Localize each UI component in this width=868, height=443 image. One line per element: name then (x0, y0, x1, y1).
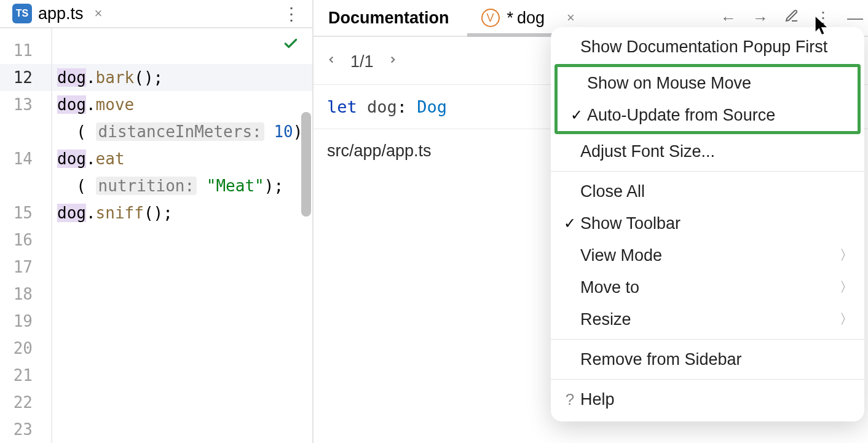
line-number: 21 (0, 362, 51, 389)
options-menu: Show Documentation Popup First Show on M… (551, 27, 864, 421)
code-text (197, 177, 207, 195)
nav-counter: 1/1 (350, 52, 374, 71)
back-icon[interactable]: ← (720, 9, 736, 28)
editor-tab-app-ts[interactable]: TS app.ts × (5, 0, 114, 27)
identifier: dog (367, 97, 397, 116)
menu-label: Resize (580, 310, 840, 329)
menu-auto-update-from-source[interactable]: ✓ Auto-Update from Source (558, 99, 858, 131)
editor-tab-filename: app.ts (38, 4, 84, 23)
menu-label: Close All (580, 182, 853, 201)
menu-label: Help (580, 390, 853, 409)
inlay-hint: distanceInMeters: (96, 122, 264, 141)
line-number: 20 (0, 335, 51, 362)
line-number: 17 (0, 253, 51, 281)
menu-move-to[interactable]: Move to 〉 (551, 271, 864, 303)
identifier: dog (57, 204, 86, 222)
chevron-right-icon[interactable] (387, 52, 398, 72)
type-name[interactable]: Dog (417, 97, 447, 116)
no-problems-icon[interactable] (283, 36, 299, 55)
line-number: 19 (0, 308, 51, 335)
highlighted-menu-group: Show on Mouse Move ✓ Auto-Update from So… (554, 64, 861, 134)
chevron-right-icon: 〉 (840, 278, 853, 297)
line-number: 12 (0, 64, 51, 91)
code-text: (); (134, 68, 163, 87)
menu-view-mode[interactable]: View Mode 〉 (551, 239, 864, 271)
menu-separator (551, 171, 864, 172)
string-literal: "Meat" (207, 177, 264, 195)
forward-icon[interactable]: → (752, 9, 768, 28)
tab-label: dog (517, 9, 545, 28)
menu-label: Show on Mouse Move (587, 74, 846, 93)
menu-label: Adjust Font Size... (580, 142, 853, 161)
menu-resize[interactable]: Resize 〉 (551, 303, 864, 335)
method-call: sniff (96, 204, 144, 222)
menu-separator (551, 339, 864, 340)
inlay-hint: nutrition: (96, 177, 197, 195)
menu-remove-from-sidebar[interactable]: Remove from Sidebar (551, 343, 864, 375)
line-number: 16 (0, 226, 51, 253)
code-line[interactable]: dog.move (52, 91, 312, 118)
menu-label: Remove from Sidebar (580, 350, 853, 369)
line-number: 22 (0, 389, 51, 416)
code-text: : (397, 97, 417, 116)
tab-documentation[interactable]: Documentation (314, 0, 464, 36)
check-icon: ✓ (559, 215, 580, 232)
edit-icon[interactable] (784, 9, 799, 28)
menu-label: Show Toolbar (580, 214, 853, 233)
close-icon[interactable]: × (90, 6, 108, 22)
identifier: dog (57, 150, 86, 168)
editor-body[interactable]: 11 12 13 14 15 16 17 18 19 20 21 22 23 (0, 28, 312, 443)
tab-dog-file[interactable]: V * dog (467, 0, 560, 36)
mouse-cursor-icon (814, 16, 830, 40)
line-number: 23 (0, 416, 51, 443)
identifier: dog (57, 68, 86, 87)
menu-show-on-mouse-move[interactable]: Show on Mouse Move (558, 67, 858, 99)
code-text: ( (76, 122, 95, 141)
line-number: 18 (0, 281, 51, 308)
code-text: ); (264, 177, 283, 195)
code-text (264, 122, 274, 141)
close-icon[interactable]: × (562, 10, 575, 26)
editor-tab-bar: TS app.ts × ⋮ (0, 0, 312, 28)
code-line[interactable]: dog.bark(); (52, 64, 312, 91)
method-call: eat (96, 150, 125, 168)
line-number: 14 (0, 145, 51, 172)
menu-label: Show Documentation Popup First (580, 38, 853, 57)
chevron-left-icon[interactable] (326, 52, 337, 72)
check-icon: ✓ (566, 106, 587, 124)
minimize-icon[interactable]: — (847, 9, 863, 28)
menu-separator (551, 379, 864, 380)
line-number: 15 (0, 199, 51, 226)
code-text: ( (76, 177, 95, 195)
code-line[interactable]: ( nutrition: "Meat"); (52, 172, 312, 199)
more-vertical-icon[interactable]: ⋮ (283, 4, 300, 24)
identifier: dog (57, 95, 86, 114)
line-number (0, 172, 51, 199)
keyword: let (327, 97, 357, 116)
code-line[interactable]: dog.sniff(); (52, 199, 312, 226)
code-line[interactable]: ( distanceInMeters: 10); (52, 118, 312, 145)
chevron-right-icon: 〉 (840, 310, 853, 329)
tab-label: Documentation (328, 9, 449, 28)
menu-help[interactable]: ? Help (551, 383, 864, 415)
code-text: (); (144, 204, 173, 222)
menu-show-toolbar[interactable]: ✓ Show Toolbar (551, 207, 864, 239)
code-area[interactable]: dog.bark(); dog.move ( distanceInMeters:… (52, 28, 312, 443)
code-line[interactable] (52, 37, 312, 64)
modified-indicator: * (507, 9, 514, 28)
line-number (0, 118, 51, 145)
typescript-icon: TS (12, 4, 32, 23)
chevron-right-icon: 〉 (840, 246, 853, 265)
variable-icon: V (481, 9, 500, 27)
menu-label: Auto-Update from Source (587, 106, 846, 125)
line-number: 13 (0, 91, 51, 118)
line-number: 11 (0, 37, 51, 64)
code-line[interactable]: dog.eat (52, 145, 312, 172)
number-literal: 10 (274, 122, 293, 141)
scrollbar-thumb[interactable] (301, 112, 311, 217)
menu-label: Move to (580, 278, 840, 297)
method-call: move (96, 95, 135, 114)
doc-toolbar: ← → ⋮ — (720, 9, 863, 28)
menu-close-all[interactable]: Close All (551, 175, 864, 207)
menu-adjust-font-size[interactable]: Adjust Font Size... (551, 135, 864, 167)
